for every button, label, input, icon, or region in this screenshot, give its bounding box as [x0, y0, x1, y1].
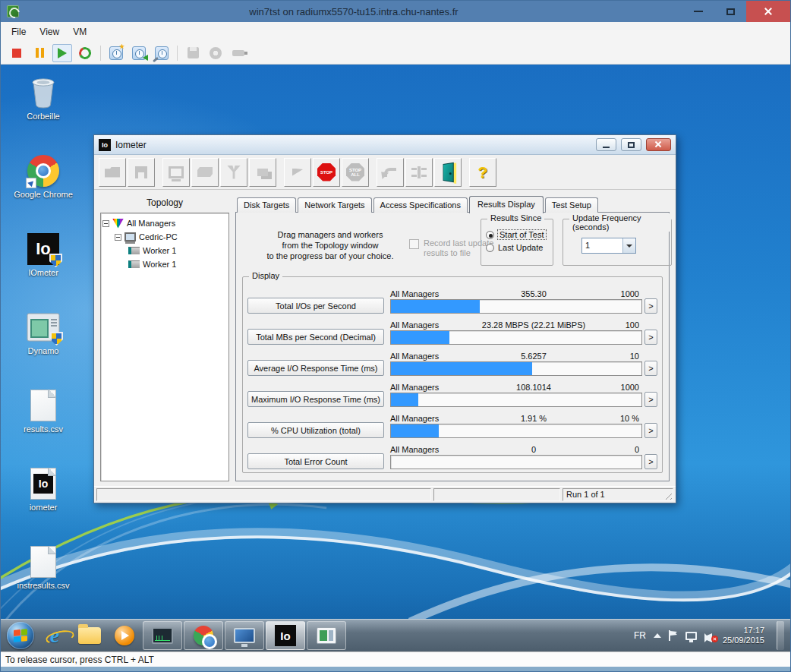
- host-titlebar: win7tst on radiumx5570-tu15.intra.chu-na…: [1, 1, 790, 22]
- radio-start-of-test[interactable]: Start of Test: [486, 230, 548, 239]
- topology-tree[interactable]: All Managers Cedric-PC Worker 1: [100, 213, 229, 481]
- desktop-icon-column: Corbeille Google Chrome Io IOmeter: [8, 68, 78, 615]
- new-network-worker-button[interactable]: [220, 158, 247, 187]
- host-minimize-button[interactable]: [682, 1, 714, 22]
- reset-vm-button[interactable]: [75, 44, 95, 62]
- expand-results-button[interactable]: >: [644, 423, 657, 438]
- interface-button[interactable]: [405, 158, 433, 187]
- reset-workers-button[interactable]: [377, 158, 404, 187]
- iometer-minimize-button[interactable]: [596, 138, 616, 151]
- iometer-maximize-button[interactable]: [621, 138, 641, 151]
- resize-grip[interactable]: [663, 491, 672, 500]
- radio-last-update[interactable]: Last Update: [486, 243, 548, 252]
- radio-icon[interactable]: [486, 244, 494, 252]
- cd-settings-button[interactable]: [206, 44, 225, 62]
- usb-settings-icon: [232, 50, 244, 56]
- take-snapshot-button[interactable]: [106, 44, 126, 62]
- menu-view[interactable]: View: [33, 24, 65, 39]
- expand-results-button[interactable]: >: [644, 392, 657, 407]
- tree-item-manager[interactable]: Cedric-PC: [102, 230, 227, 244]
- metric-button[interactable]: Average I/O Response Time (ms): [247, 360, 384, 376]
- start-tests-button[interactable]: [284, 158, 311, 187]
- topology-panel: Topology All Managers Cedric-PC: [100, 194, 229, 481]
- tree-expander-icon[interactable]: [115, 234, 121, 241]
- menu-file[interactable]: File: [5, 24, 32, 39]
- update-frequency-select[interactable]: 1: [581, 238, 636, 254]
- progress-track: [390, 330, 642, 345]
- taskbar-explorer[interactable]: [73, 621, 106, 650]
- menu-vm[interactable]: VM: [67, 24, 93, 39]
- revert-snapshot-button[interactable]: [129, 44, 149, 62]
- stop-test-button[interactable]: STOP: [313, 158, 340, 187]
- usb-settings-button[interactable]: [228, 44, 248, 62]
- host-close-button[interactable]: [746, 1, 790, 22]
- metric-button[interactable]: Total I/Os per Second: [247, 298, 384, 314]
- taskbar-chrome[interactable]: [184, 621, 223, 650]
- metric-row-total-mbs: Total MBs per Second (Decimal) All Manag…: [247, 319, 657, 345]
- iometer-titlebar[interactable]: Io Iometer: [94, 135, 676, 155]
- combo-dropdown-button[interactable]: [622, 238, 635, 253]
- stop-all-tests-icon: STOP ALL: [346, 163, 364, 181]
- desktop-icon-corbeille[interactable]: Corbeille: [8, 68, 78, 146]
- tree-item-all-managers[interactable]: All Managers: [102, 216, 227, 230]
- metric-button[interactable]: Total Error Count: [247, 453, 384, 469]
- guest-desktop: Corbeille Google Chrome Io IOmeter: [1, 65, 790, 651]
- desktop-icon-results-csv[interactable]: results.csv: [8, 380, 78, 459]
- tab-test-setup[interactable]: Test Setup: [545, 197, 598, 213]
- desktop-icon-iometer[interactable]: Io IOmeter: [8, 224, 78, 302]
- tab-disk-targets[interactable]: Disk Targets: [237, 197, 296, 213]
- duplicate-worker-button[interactable]: [249, 158, 276, 187]
- volume-muted-icon[interactable]: [704, 631, 715, 640]
- new-manager-button[interactable]: [162, 158, 190, 187]
- metric-button[interactable]: Maximum I/O Response Time (ms): [247, 391, 384, 407]
- expand-results-button[interactable]: >: [644, 361, 657, 376]
- iometer-close-button[interactable]: [646, 138, 671, 151]
- tree-expander-icon[interactable]: [102, 220, 109, 227]
- tree-item-worker[interactable]: Worker 1: [102, 244, 227, 257]
- metric-button[interactable]: Total MBs per Second (Decimal): [247, 329, 384, 345]
- tab-access-specifications[interactable]: Access Specifications: [373, 197, 468, 213]
- taskbar-internet-explorer[interactable]: e: [38, 621, 71, 650]
- show-hidden-icons-button[interactable]: [654, 633, 661, 638]
- progress-fill: [391, 393, 418, 406]
- desktop-icon-dynamo[interactable]: Dynamo: [8, 302, 78, 380]
- exit-button[interactable]: [434, 158, 462, 187]
- expand-results-button[interactable]: >: [644, 454, 657, 469]
- floppy-settings-button[interactable]: [183, 44, 203, 62]
- taskbar-computer[interactable]: [225, 621, 264, 650]
- action-center-icon[interactable]: [669, 630, 678, 641]
- open-config-button[interactable]: [99, 158, 126, 187]
- taskbar-performance-monitor[interactable]: [143, 621, 182, 650]
- save-config-button[interactable]: [128, 158, 155, 187]
- host-maximize-button[interactable]: [714, 1, 746, 22]
- taskbar-iometer-active[interactable]: Io: [266, 621, 305, 650]
- metric-button[interactable]: % CPU Utilization (total): [247, 422, 384, 438]
- radio-icon-selected[interactable]: [486, 231, 494, 239]
- pause-vm-button[interactable]: [30, 44, 49, 62]
- new-manager-icon: [169, 166, 184, 178]
- stop-all-tests-button[interactable]: STOP ALL: [342, 158, 369, 187]
- tab-results-display[interactable]: Results Display: [469, 196, 544, 213]
- desktop-icon-instresults-csv[interactable]: instresults.csv: [8, 537, 78, 615]
- network-icon[interactable]: [685, 632, 697, 640]
- language-indicator[interactable]: FR: [634, 630, 646, 641]
- show-desktop-button[interactable]: [777, 621, 784, 650]
- taskbar-generic-app[interactable]: [307, 621, 346, 650]
- checkbox-icon[interactable]: [409, 239, 419, 249]
- taskbar-clock[interactable]: 17:17 25/09/2015: [723, 626, 764, 645]
- manage-snapshots-button[interactable]: [152, 44, 172, 62]
- tree-item-worker[interactable]: Worker 1: [102, 257, 227, 271]
- tab-network-targets[interactable]: Network Targets: [298, 197, 371, 213]
- desktop-icon-iometer-file[interactable]: Io iometer: [8, 459, 78, 537]
- bar-scale-label: All Managers: [390, 445, 474, 454]
- taskbar-media-player[interactable]: [108, 621, 141, 650]
- expand-results-button[interactable]: >: [644, 330, 657, 345]
- desktop-icon-label: iometer: [30, 503, 58, 512]
- desktop-icon-google-chrome[interactable]: Google Chrome: [8, 146, 78, 224]
- play-vm-button[interactable]: [52, 44, 72, 62]
- expand-results-button[interactable]: >: [644, 298, 657, 314]
- stop-vm-button[interactable]: [7, 44, 27, 62]
- new-disk-worker-button[interactable]: [191, 158, 219, 187]
- help-button[interactable]: ?: [469, 158, 496, 187]
- start-button[interactable]: [7, 622, 34, 649]
